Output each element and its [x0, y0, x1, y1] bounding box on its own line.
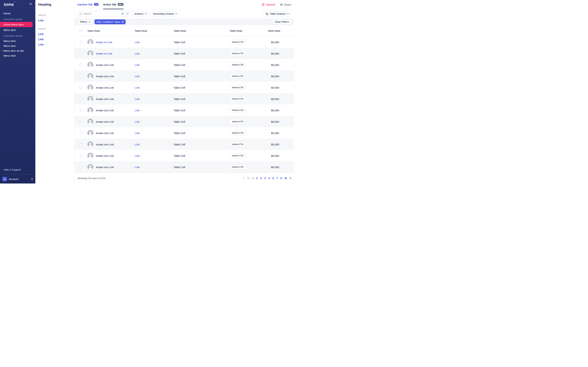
row-checkbox[interactable] [80, 63, 82, 66]
row-checkbox[interactable] [80, 86, 82, 89]
inline-cta-button[interactable]: Inline CTA [230, 131, 246, 135]
inline-cta-button[interactable]: Inline CTA [230, 51, 246, 56]
row-title[interactable]: Avatar w/ Link [96, 41, 112, 43]
page-button-7[interactable]: 7 [277, 177, 278, 180]
inline-cta-button[interactable]: Inline CTA [230, 74, 246, 79]
inline-cta-button[interactable]: Inline CTA [230, 165, 246, 169]
sidebar-item-menu-dot[interactable]: Menu Item w/ dot [0, 48, 35, 53]
row-title[interactable]: Avatar w/o Link [96, 131, 114, 134]
row-checkbox[interactable] [80, 52, 82, 55]
select-all-checkbox[interactable] [80, 30, 82, 32]
inline-cta-button[interactable]: Inline CTA [230, 142, 246, 147]
inline-cta-button[interactable]: Inline CTA [230, 119, 246, 124]
row-checkbox[interactable] [80, 98, 82, 100]
search-input[interactable] [83, 12, 120, 15]
column-header[interactable]: Table Head [230, 30, 242, 32]
sidebar-item-menu-4[interactable]: Menu Item [0, 53, 35, 58]
inline-cta-button[interactable]: Inline CTA [230, 40, 246, 45]
sidebar-item-active[interactable]: Active Menu Item [0, 22, 33, 27]
row-link[interactable]: Link [135, 41, 140, 43]
filters-dropdown[interactable]: Filters [78, 19, 93, 24]
row-checkbox[interactable] [80, 143, 82, 146]
page-button-5[interactable]: 5 [268, 177, 270, 180]
tab-active[interactable]: Active Tab 99+ [103, 0, 123, 9]
next-page-button[interactable] [290, 177, 291, 179]
row-checkbox[interactable] [80, 75, 82, 77]
row-link[interactable]: Link [135, 166, 140, 168]
last-page-button[interactable] [285, 177, 287, 179]
secondary-action-dropdown[interactable]: Secondary Action [151, 11, 179, 17]
row-link[interactable]: Link [135, 75, 140, 78]
row-checkbox[interactable] [80, 109, 82, 111]
row-checkbox[interactable] [80, 166, 82, 168]
page-button-6[interactable]: 6 [272, 177, 274, 180]
row-link[interactable]: Link [135, 154, 140, 157]
amount-cell: $0,000 [271, 63, 279, 66]
inline-cta-button[interactable]: Inline CTA [230, 108, 246, 113]
row-title[interactable]: Avatar w/ Link [96, 52, 112, 55]
sidebar-item-menu-1[interactable]: Menu Item [0, 27, 35, 32]
subnav-link[interactable]: Link [38, 43, 72, 46]
tab-count-badge: 11 [94, 3, 99, 6]
column-header[interactable]: Table Head [268, 30, 280, 32]
help-support-link[interactable]: Help & Support [0, 168, 35, 171]
filter-chip[interactable]: Filter *condition* Value [95, 19, 126, 24]
page-button-4[interactable]: 4 [264, 177, 266, 180]
row-link[interactable]: Link [135, 131, 140, 134]
prev-page-button[interactable] [243, 177, 244, 179]
collapse-sidebar-button[interactable] [29, 2, 33, 6]
column-header[interactable]: Table Head [87, 30, 100, 32]
notification-dot [1, 50, 3, 51]
subnav-link[interactable]: Link [38, 38, 72, 41]
row-title[interactable]: Avatar w/o Link [96, 75, 114, 78]
clear-filters-button[interactable]: Clear Filters [272, 19, 291, 24]
row-title[interactable]: Avatar w/o Link [96, 63, 114, 66]
person-avatar-icon [87, 39, 93, 45]
page-button-3[interactable]: 3 [260, 177, 262, 180]
row-link[interactable]: Link [135, 97, 140, 100]
row-title[interactable]: Avatar w/o Link [96, 166, 114, 168]
page-button-1[interactable]: 1 [252, 177, 254, 180]
subnav-link[interactable]: Link [38, 19, 72, 22]
row-title[interactable]: Avatar w/o Link [96, 154, 114, 157]
sidebar-item-home[interactable]: Home [0, 11, 35, 16]
row-title[interactable]: Avatar w/o Link [96, 120, 114, 123]
inline-cta-button[interactable]: Inline CTA [230, 62, 246, 67]
inline-cta-button[interactable]: Inline CTA [230, 85, 246, 90]
account-label: Account [9, 178, 29, 181]
column-header[interactable]: Table Head [173, 30, 186, 32]
actions-dropdown[interactable]: Actions [132, 11, 149, 17]
row-link[interactable]: Link [135, 143, 140, 146]
row-checkbox[interactable] [80, 41, 82, 43]
refresh-button[interactable]: Refresh [262, 3, 275, 6]
sidebar-item-menu-2[interactable]: Menu Item [0, 38, 35, 43]
column-header[interactable]: Table Head [135, 30, 147, 32]
account-menu[interactable]: xx Account [0, 175, 35, 184]
row-link[interactable]: Link [135, 120, 140, 123]
row-title[interactable]: Avatar w/o Link [96, 143, 114, 146]
inline-cta-cell: Inline CTA [230, 142, 246, 147]
tab-inactive[interactable]: Inactive Tab 11 [78, 0, 98, 9]
inline-cta-button[interactable]: Inline CTA [230, 96, 246, 101]
row-title[interactable]: Avatar w/o Link [96, 109, 114, 112]
row-link[interactable]: Link [135, 52, 140, 55]
sidebar-item-menu-3[interactable]: Menu Item [0, 43, 35, 48]
table-row: Avatar w/ Link Link Table Cell Inline CT… [75, 36, 294, 48]
row-checkbox[interactable] [80, 120, 82, 123]
table-actions-dropdown[interactable]: Table Actions [263, 11, 291, 17]
row-title[interactable]: Avatar w/o Link [96, 97, 114, 100]
subnav-link[interactable]: Link [38, 33, 72, 35]
inline-cta-button[interactable]: Inline CTA [230, 153, 246, 158]
row-link[interactable]: Link [135, 86, 140, 89]
row-link[interactable]: Link [135, 109, 140, 112]
share-button[interactable]: Share [280, 3, 291, 6]
amount-cell: $0,000 [271, 120, 279, 123]
row-checkbox[interactable] [80, 154, 82, 157]
page-button-2[interactable]: 2 [256, 177, 258, 180]
page-button-8[interactable]: 8 [281, 177, 282, 180]
row-link[interactable]: Link [135, 63, 140, 66]
remove-filter-icon[interactable] [122, 21, 124, 23]
row-checkbox[interactable] [80, 132, 82, 134]
first-page-button[interactable] [247, 177, 250, 179]
row-title[interactable]: Avatar w/o Link [96, 86, 114, 89]
